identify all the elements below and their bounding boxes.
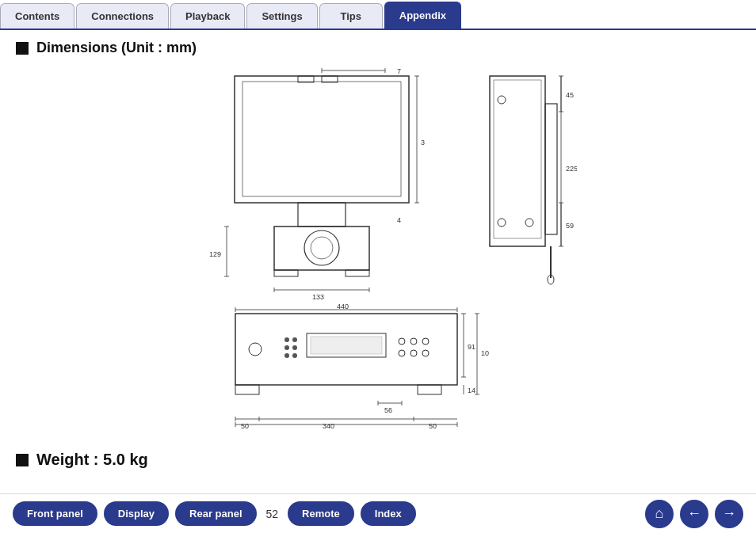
front-panel-button[interactable]: Front panel [13, 501, 97, 526]
back-button[interactable]: ← [680, 500, 708, 528]
index-button[interactable]: Index [361, 501, 416, 526]
svg-text:56: 56 [384, 406, 392, 414]
svg-text:7: 7 [397, 67, 401, 75]
svg-rect-17 [298, 203, 346, 227]
tab-connections[interactable]: Connections [76, 3, 169, 29]
svg-text:45: 45 [566, 91, 574, 99]
nav-tabs: Contents Connections Playback Settings T… [0, 0, 756, 30]
main-content: Dimensions (Unit : mm) 7 [0, 30, 756, 483]
svg-point-59 [292, 345, 297, 350]
svg-text:133: 133 [312, 293, 324, 301]
svg-rect-69 [235, 385, 259, 394]
display-button[interactable]: Display [104, 501, 169, 526]
svg-rect-18 [274, 227, 369, 270]
left-diagram-svg: 7 329 340 [187, 64, 425, 318]
right-diagram-svg: 45 225 59 [482, 64, 577, 318]
svg-point-33 [498, 96, 506, 104]
svg-point-60 [292, 353, 297, 358]
tab-settings[interactable]: Settings [246, 3, 317, 29]
svg-rect-21 [274, 270, 298, 276]
svg-point-66 [399, 350, 405, 356]
diagrams-container: 7 329 340 [16, 64, 740, 444]
back-arrow-icon: ← [687, 505, 701, 522]
dimensions-title: Dimensions (Unit : mm) [16, 40, 740, 56]
weight-section: Weight : 5.0 kg [16, 451, 740, 469]
diagram-right: 45 225 59 [482, 64, 569, 318]
svg-point-63 [399, 338, 405, 345]
svg-point-57 [284, 353, 289, 358]
tab-contents[interactable]: Contents [0, 3, 74, 29]
svg-text:59: 59 [566, 222, 574, 230]
remote-button[interactable]: Remote [288, 501, 354, 526]
svg-point-20 [311, 237, 333, 259]
svg-rect-5 [242, 82, 401, 196]
svg-point-65 [422, 338, 429, 345]
svg-text:129: 129 [209, 250, 221, 258]
svg-text:50: 50 [429, 422, 437, 430]
tab-tips[interactable]: Tips [319, 3, 383, 29]
tab-playback[interactable]: Playback [170, 3, 245, 29]
svg-rect-62 [311, 337, 382, 354]
home-icon: ⌂ [655, 505, 664, 522]
svg-rect-4 [235, 76, 409, 203]
svg-rect-36 [545, 104, 557, 234]
tab-appendix[interactable]: Appendix [384, 2, 461, 29]
svg-text:105: 105 [481, 349, 489, 357]
rear-panel-button[interactable]: Rear panel [175, 501, 256, 526]
bottom-diagram-area: 440 [220, 302, 489, 444]
title-square-icon [16, 42, 29, 55]
bottom-nav: Front panel Display Rear panel 52 Remote… [0, 493, 756, 533]
svg-point-19 [304, 230, 339, 265]
diagram-left: 7 329 340 [187, 64, 472, 318]
svg-point-35 [525, 219, 533, 227]
svg-text:50: 50 [241, 422, 249, 430]
svg-text:4: 4 [397, 216, 401, 224]
svg-text:340: 340 [323, 422, 334, 430]
svg-point-56 [284, 345, 289, 350]
forward-button[interactable]: → [715, 500, 743, 528]
svg-point-64 [410, 338, 417, 345]
home-button[interactable]: ⌂ [645, 500, 674, 528]
page-number: 52 [263, 508, 282, 520]
bottom-diagram-svg: 440 [220, 302, 489, 444]
weight-square-icon [16, 454, 29, 466]
svg-rect-22 [346, 270, 369, 276]
forward-arrow-icon: → [722, 505, 736, 522]
svg-text:14: 14 [468, 386, 475, 394]
svg-point-34 [498, 219, 506, 227]
svg-point-68 [422, 350, 429, 356]
svg-point-55 [284, 337, 289, 342]
svg-point-58 [292, 337, 297, 342]
svg-text:225: 225 [566, 165, 577, 173]
top-diagrams: 7 329 340 [187, 64, 569, 318]
svg-text:91: 91 [468, 343, 475, 351]
svg-text:329: 329 [421, 139, 425, 147]
svg-point-54 [249, 343, 262, 356]
svg-point-67 [410, 350, 417, 356]
svg-rect-70 [418, 385, 441, 394]
